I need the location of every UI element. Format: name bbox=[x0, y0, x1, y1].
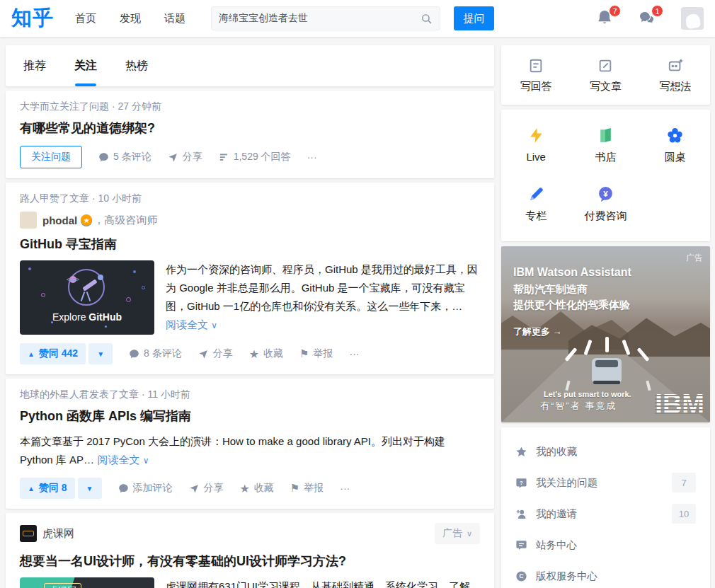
flag-icon: ⚑ bbox=[299, 347, 309, 360]
svg-text:¥: ¥ bbox=[603, 190, 608, 198]
answers-count[interactable]: 1,529 个回答 bbox=[219, 151, 291, 163]
nav-item-discover[interactable]: 发现 bbox=[120, 12, 141, 25]
sidebar-ad-ibm[interactable]: 广告 IBM Watson Assistant 帮助汽车制造商 提供更个性化的驾… bbox=[501, 246, 710, 422]
ad-label-chip[interactable]: 广告 ∨ bbox=[435, 523, 480, 544]
app-roundtable[interactable]: 圆桌 bbox=[641, 127, 710, 164]
write-idea-button[interactable]: 写想法 bbox=[641, 58, 710, 93]
article-body: Explore GitHub 作为一个资深的咨询师、程序员，GitHub 是我用… bbox=[20, 260, 480, 335]
svg-text:C: C bbox=[519, 572, 523, 580]
comments-button[interactable]: 8 条评论 bbox=[129, 347, 182, 360]
star-icon: ★ bbox=[249, 347, 259, 361]
tab-follow[interactable]: 关注 bbox=[74, 45, 97, 86]
report-button[interactable]: ⚑ 举报 bbox=[299, 347, 333, 360]
author-avatar[interactable] bbox=[20, 212, 37, 229]
ad-cta-link[interactable]: 了解更多 → bbox=[513, 325, 562, 338]
message-badge: 1 bbox=[651, 5, 663, 17]
upvote-icon: ▲ bbox=[28, 485, 35, 492]
lightning-icon bbox=[527, 127, 545, 144]
more-button[interactable]: ··· bbox=[350, 348, 360, 359]
feed-item-sponsored: 虎课网 广告 ∨ 想要当一名UI设计师，有没有零基础的UI设计师学习方法? 虎课… bbox=[6, 513, 494, 588]
book-icon bbox=[597, 127, 614, 144]
link-site-center[interactable]: 站务中心 bbox=[501, 529, 710, 560]
read-more-link[interactable]: 阅读全文 ∨ bbox=[98, 454, 149, 466]
sponsored-thumbnail[interactable]: 虎课网 0基础入门 bbox=[20, 577, 154, 588]
user-avatar[interactable] bbox=[681, 7, 704, 30]
decor-dot bbox=[133, 270, 136, 273]
article-excerpt: 本篇文章基于 2017 PyCon 大会上的演讲：How to make a g… bbox=[20, 435, 445, 466]
decor-dot bbox=[142, 286, 145, 289]
upvote-button[interactable]: ▲ 赞同 442 bbox=[20, 343, 86, 364]
sponsored-excerpt-block: 虎课网拥有631门UI学习课程，从基础到精通，系统化学习，了解 bbox=[166, 577, 470, 588]
ad-slogan-en: Let's put smart to work. bbox=[544, 390, 631, 398]
link-copyright-center[interactable]: C 版权服务中心 bbox=[501, 560, 710, 588]
share-icon bbox=[198, 349, 209, 359]
feed-column: 推荐 关注 热榜 大学而立关注了问题 · 27 分钟前 有哪些常见的道德绑架? … bbox=[6, 45, 494, 588]
nav-item-topics[interactable]: 话题 bbox=[164, 12, 185, 25]
more-button[interactable]: ··· bbox=[340, 483, 350, 494]
sponsor-name[interactable]: 虎课网 bbox=[42, 527, 74, 541]
comments-button[interactable]: 添加评论 bbox=[118, 482, 173, 495]
feedback-bubble-icon bbox=[515, 539, 527, 551]
feed-meta: 大学而立关注了问题 · 27 分钟前 bbox=[20, 100, 480, 113]
link-my-favorites[interactable]: 我的收藏 bbox=[501, 436, 710, 467]
search-bar[interactable] bbox=[211, 6, 440, 30]
question-bubble-icon: ? bbox=[515, 477, 527, 489]
sponsor-logo[interactable] bbox=[20, 525, 37, 542]
favorite-button[interactable]: ★ 收藏 bbox=[249, 347, 283, 361]
upvote-button[interactable]: ▲ 赞同 8 bbox=[20, 478, 75, 499]
favorite-button[interactable]: ★ 收藏 bbox=[240, 482, 274, 495]
search-input[interactable] bbox=[219, 13, 421, 24]
sponsored-title[interactable]: 想要当一名UI设计师，有没有零基础的UI设计师学习方法? bbox=[20, 553, 480, 570]
read-more-link[interactable]: 阅读全文 ∨ bbox=[166, 318, 217, 330]
downvote-button[interactable]: ▼ bbox=[88, 343, 113, 364]
app-bookstore[interactable]: 书店 bbox=[571, 127, 640, 164]
tab-recommend[interactable]: 推荐 bbox=[23, 45, 46, 86]
count-badge: 10 bbox=[672, 504, 696, 524]
follow-question-button[interactable]: 关注问题 bbox=[20, 146, 82, 168]
app-column[interactable]: 专栏 bbox=[501, 185, 571, 223]
report-button[interactable]: ⚑ 举报 bbox=[290, 482, 324, 495]
share-button[interactable]: 分享 bbox=[168, 151, 202, 163]
write-article-button[interactable]: 写文章 bbox=[571, 58, 640, 93]
write-answer-button[interactable]: 写回答 bbox=[501, 58, 571, 93]
star-icon: ★ bbox=[240, 482, 250, 495]
copyright-icon: C bbox=[515, 570, 527, 582]
article-thumbnail[interactable]: Explore GitHub bbox=[20, 260, 154, 335]
ad-title: IBM Watson Assistant bbox=[513, 266, 631, 279]
search-icon[interactable] bbox=[421, 13, 433, 25]
feed-meta: 地球的外星人君发表了文章 · 11 小时前 bbox=[20, 388, 480, 401]
upvote-icon: ▲ bbox=[28, 350, 35, 358]
page-content: 推荐 关注 热榜 大学而立关注了问题 · 27 分钟前 有哪些常见的道德绑架? … bbox=[0, 37, 715, 588]
sponsored-body: 虎课网 0基础入门 虎课网拥有631门UI学习课程，从基础到精通，系统化学习，了… bbox=[20, 577, 480, 588]
apps-panel: Live 书店 圆桌 专栏 bbox=[501, 110, 710, 241]
flower-icon bbox=[666, 127, 684, 144]
notifications-button[interactable]: 7 bbox=[596, 9, 614, 28]
link-followed-questions[interactable]: ? 我关注的问题 7 bbox=[501, 467, 710, 498]
top-navbar: 知乎 首页 发现 话题 提问 7 1 bbox=[0, 0, 715, 37]
author-name[interactable]: phodal bbox=[42, 214, 77, 226]
vote-buttons: ▲ 赞同 8 ▼ bbox=[20, 478, 102, 499]
comments-button[interactable]: 5 条评论 bbox=[98, 151, 151, 163]
notification-badge: 7 bbox=[609, 5, 621, 17]
write-answer-icon bbox=[528, 58, 544, 74]
feed-tabs: 推荐 关注 热榜 bbox=[6, 45, 494, 86]
decor-dot bbox=[105, 325, 107, 328]
nav-item-home[interactable]: 首页 bbox=[75, 12, 96, 25]
tab-hot[interactable]: 热榜 bbox=[125, 45, 148, 86]
app-paid-consult[interactable]: ¥ 付费咨询 bbox=[571, 185, 640, 223]
zhihu-logo[interactable]: 知乎 bbox=[11, 4, 54, 33]
question-title[interactable]: 有哪些常见的道德绑架? bbox=[20, 120, 480, 137]
more-button[interactable]: ··· bbox=[307, 151, 317, 163]
messages-button[interactable]: 1 bbox=[639, 9, 657, 28]
article-title[interactable]: GitHub 寻宝指南 bbox=[20, 236, 480, 253]
share-button[interactable]: 分享 bbox=[198, 347, 233, 360]
article-title[interactable]: Python 函数库 APIs 编写指南 bbox=[20, 408, 480, 425]
app-live[interactable]: Live bbox=[501, 127, 571, 164]
light-ray bbox=[605, 337, 609, 352]
pencil-icon bbox=[527, 185, 545, 203]
share-button[interactable]: 分享 bbox=[189, 482, 224, 495]
downvote-button[interactable]: ▼ bbox=[78, 478, 102, 499]
link-my-invites[interactable]: 我的邀请 10 bbox=[501, 498, 710, 529]
downvote-icon: ▼ bbox=[86, 485, 93, 492]
ask-question-button[interactable]: 提问 bbox=[454, 6, 494, 30]
